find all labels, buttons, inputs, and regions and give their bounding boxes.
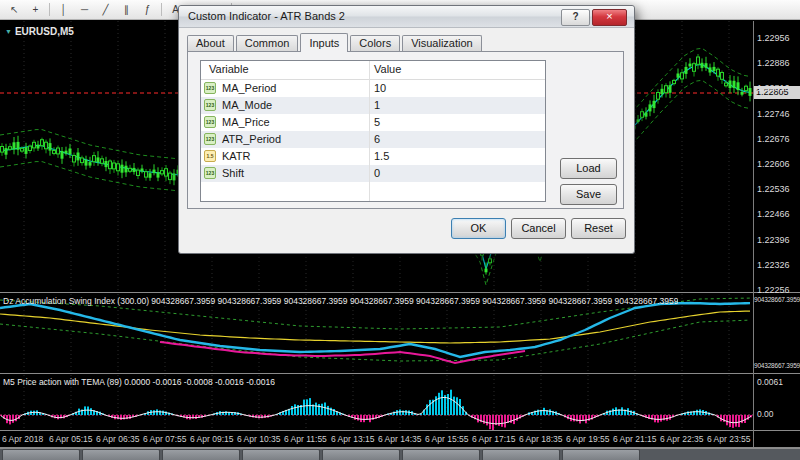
time-axis-label: 6 Apr 2018	[2, 434, 50, 444]
cursor-icon[interactable]: ↖	[4, 1, 25, 19]
horizontal-line-icon[interactable]: ─	[74, 1, 95, 19]
indicator-properties-dialog: Custom Indicator - ATR Bands 2 ? × About…	[178, 5, 635, 254]
price-axis-label[interactable]: 1.22676	[757, 134, 790, 144]
param-table: Variable Value 123MA_Period10123MA_Mode1…	[200, 60, 546, 202]
time-axis-label: 6 Apr 23:55	[707, 434, 755, 444]
price-axis-label[interactable]: 1.22606	[757, 159, 790, 169]
symbol-text: EURUSD,M5	[15, 26, 74, 37]
param-value[interactable]: 6	[374, 131, 380, 148]
tab-visualization[interactable]: Visualization	[402, 35, 482, 51]
param-type-icon: 123	[204, 133, 216, 145]
param-name: MA_Price	[222, 114, 270, 131]
swing-indicator-label: Dz Accumulation Swing Index (300.00) 904…	[3, 296, 678, 306]
toolbar-separator	[49, 3, 50, 16]
param-row[interactable]: 1.5KATR1.5	[201, 148, 545, 165]
param-type-icon: 1.5	[204, 150, 216, 162]
param-table-body: 123MA_Period10123MA_Mode1123MA_Price5123…	[201, 80, 545, 182]
time-axis-label: 6 Apr 06:35	[96, 434, 144, 444]
chart-tab[interactable]	[562, 449, 640, 460]
chart-tab[interactable]	[82, 449, 160, 460]
toolbar-separator	[161, 3, 162, 16]
param-value[interactable]: 0	[374, 165, 380, 182]
param-row[interactable]: 123ATR_Period6	[201, 131, 545, 148]
tab-about[interactable]: About	[187, 35, 234, 51]
tab-inputs[interactable]: Inputs	[300, 33, 348, 52]
param-row[interactable]: 123MA_Mode1	[201, 97, 545, 114]
param-type-icon: 123	[204, 116, 216, 128]
swing-index-panel[interactable]: Dz Accumulation Swing Index (300.00) 904…	[0, 294, 753, 373]
price-axis-label[interactable]: 1.22956	[757, 33, 790, 43]
param-value[interactable]: 10	[374, 80, 386, 97]
chart-tab[interactable]	[2, 449, 80, 460]
param-name: MA_Mode	[222, 97, 272, 114]
chart-symbol-label: ▼EURUSD,M5	[5, 26, 74, 37]
chart-tab[interactable]	[402, 449, 480, 460]
time-axis-label: 6 Apr 05:15	[49, 434, 97, 444]
mt4-window: ↖+│─╱∥ƒA↗○ ▼EURUSD,M5 Dz Accumulation Sw…	[0, 0, 800, 460]
tema-indicator-label: M5 Price action with TEMA (89) 0.0000 -0…	[3, 377, 275, 387]
dialog-titlebar[interactable]: Custom Indicator - ATR Bands 2 ? ×	[179, 6, 634, 28]
chart-tab[interactable]	[482, 449, 560, 460]
time-axis-label: 6 Apr 10:35	[237, 434, 285, 444]
channel-icon[interactable]: ∥	[116, 1, 137, 19]
save-button[interactable]: Save	[560, 184, 617, 205]
load-button[interactable]: Load	[560, 158, 617, 179]
param-name: KATR	[222, 148, 251, 165]
param-name: ATR_Period	[222, 131, 281, 148]
price-axis-border	[753, 21, 754, 447]
cancel-button[interactable]: Cancel	[511, 218, 566, 239]
price-axis-label[interactable]: 1.22746	[757, 109, 790, 119]
price-axis-label[interactable]: 1.22536	[757, 184, 790, 194]
time-axis-label: 6 Apr 19:55	[566, 434, 614, 444]
time-axis-label: 6 Apr 09:15	[190, 434, 238, 444]
param-row[interactable]: 123Shift0	[201, 165, 545, 182]
symbol-dropdown-icon[interactable]: ▼	[5, 28, 12, 35]
param-value[interactable]: 5	[374, 114, 380, 131]
trendline-icon[interactable]: ╱	[95, 1, 116, 19]
column-divider	[369, 61, 370, 201]
chart-tabs-bar	[0, 448, 800, 460]
panel-separator[interactable]	[0, 292, 800, 293]
price-axis-label[interactable]: 1.22886	[757, 58, 790, 68]
tab-colors[interactable]: Colors	[350, 35, 400, 51]
fibonacci-icon[interactable]: ƒ	[137, 1, 158, 19]
chart-tab[interactable]	[322, 449, 400, 460]
help-button[interactable]: ?	[561, 9, 590, 26]
param-value[interactable]: 1.5	[374, 148, 389, 165]
param-value[interactable]: 1	[374, 97, 380, 114]
dialog-title: Custom Indicator - ATR Bands 2	[188, 10, 345, 22]
time-axis-label: 6 Apr 13:15	[331, 434, 379, 444]
price-axis-label[interactable]: 1.22816	[757, 83, 790, 93]
price-axis-label[interactable]: 1.22326	[757, 260, 790, 270]
price-axis-label[interactable]: 1.22256	[757, 285, 790, 295]
swing-axis-bottom-value: 904328667.3959	[754, 362, 800, 369]
tab-common[interactable]: Common	[236, 35, 299, 51]
param-row[interactable]: 123MA_Price5	[201, 114, 545, 131]
panel-separator[interactable]	[0, 373, 800, 374]
vertical-line-icon[interactable]: │	[53, 1, 74, 19]
price-axis-label[interactable]: 1.22466	[757, 209, 790, 219]
column-header-value: Value	[374, 63, 401, 75]
time-axis-label: 6 Apr 21:15	[613, 434, 661, 444]
time-axis-label: 6 Apr 14:35	[378, 434, 426, 444]
param-row[interactable]: 123MA_Period10	[201, 80, 545, 97]
tema-axis-zero-value: 0.00	[757, 409, 774, 419]
ok-button[interactable]: OK	[451, 218, 506, 239]
time-axis-label: 6 Apr 07:55	[143, 434, 191, 444]
time-axis-label: 6 Apr 18:35	[519, 434, 567, 444]
time-axis-label: 6 Apr 17:15	[472, 434, 520, 444]
reset-button[interactable]: Reset	[571, 218, 626, 239]
crosshair-icon[interactable]: +	[25, 1, 46, 19]
param-type-icon: 123	[204, 99, 216, 111]
swing-axis-top-value: 904328667.3959	[754, 296, 800, 303]
chart-tab[interactable]	[242, 449, 320, 460]
column-header-variable: Variable	[209, 63, 249, 75]
chart-tab[interactable]	[162, 449, 240, 460]
close-button[interactable]: ×	[592, 9, 627, 26]
inputs-tab-page: Variable Value 123MA_Period10123MA_Mode1…	[187, 51, 624, 209]
time-axis-label: 6 Apr 11:55	[284, 434, 332, 444]
time-axis[interactable]: 6 Apr 20186 Apr 05:156 Apr 06:356 Apr 07…	[0, 431, 800, 447]
dialog-tabs: AboutCommonInputsColorsVisualization	[187, 33, 484, 51]
price-axis-label[interactable]: 1.22396	[757, 235, 790, 245]
tema-histogram-panel[interactable]: M5 Price action with TEMA (89) 0.0000 -0…	[0, 375, 753, 430]
